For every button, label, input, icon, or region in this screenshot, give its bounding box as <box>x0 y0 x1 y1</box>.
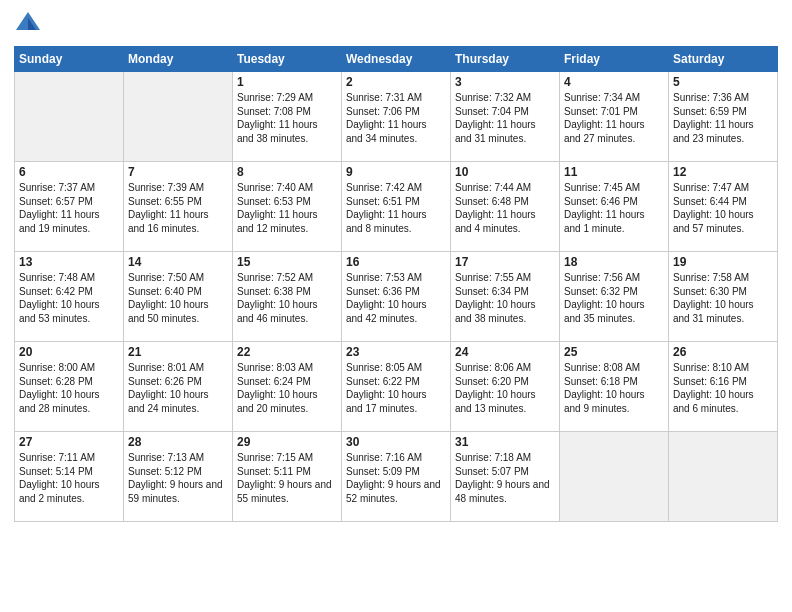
sunrise: Sunrise: 7:48 AM <box>19 272 95 283</box>
sunset: Sunset: 6:51 PM <box>346 196 420 207</box>
daylight: Daylight: 10 hours and 50 minutes. <box>128 299 209 324</box>
calendar-cell: 27Sunrise: 7:11 AMSunset: 5:14 PMDayligh… <box>15 432 124 522</box>
sunrise: Sunrise: 8:01 AM <box>128 362 204 373</box>
day-info: Sunrise: 8:08 AMSunset: 6:18 PMDaylight:… <box>564 361 664 415</box>
sunset: Sunset: 6:55 PM <box>128 196 202 207</box>
daylight: Daylight: 11 hours and 16 minutes. <box>128 209 209 234</box>
sunrise: Sunrise: 7:53 AM <box>346 272 422 283</box>
daylight: Daylight: 9 hours and 52 minutes. <box>346 479 441 504</box>
sunrise: Sunrise: 7:40 AM <box>237 182 313 193</box>
daylight: Daylight: 11 hours and 4 minutes. <box>455 209 536 234</box>
daylight: Daylight: 9 hours and 55 minutes. <box>237 479 332 504</box>
day-info: Sunrise: 7:56 AMSunset: 6:32 PMDaylight:… <box>564 271 664 325</box>
day-number: 31 <box>455 435 555 449</box>
calendar-cell <box>124 72 233 162</box>
day-number: 19 <box>673 255 773 269</box>
calendar-cell: 7Sunrise: 7:39 AMSunset: 6:55 PMDaylight… <box>124 162 233 252</box>
sunset: Sunset: 6:42 PM <box>19 286 93 297</box>
daylight: Daylight: 10 hours and 9 minutes. <box>564 389 645 414</box>
calendar-cell: 11Sunrise: 7:45 AMSunset: 6:46 PMDayligh… <box>560 162 669 252</box>
daylight: Daylight: 11 hours and 34 minutes. <box>346 119 427 144</box>
sunrise: Sunrise: 8:03 AM <box>237 362 313 373</box>
sunset: Sunset: 6:44 PM <box>673 196 747 207</box>
day-number: 21 <box>128 345 228 359</box>
calendar-cell: 10Sunrise: 7:44 AMSunset: 6:48 PMDayligh… <box>451 162 560 252</box>
calendar-cell: 17Sunrise: 7:55 AMSunset: 6:34 PMDayligh… <box>451 252 560 342</box>
calendar-cell: 23Sunrise: 8:05 AMSunset: 6:22 PMDayligh… <box>342 342 451 432</box>
sunrise: Sunrise: 7:55 AM <box>455 272 531 283</box>
calendar-cell: 21Sunrise: 8:01 AMSunset: 6:26 PMDayligh… <box>124 342 233 432</box>
daylight: Daylight: 10 hours and 17 minutes. <box>346 389 427 414</box>
day-info: Sunrise: 8:10 AMSunset: 6:16 PMDaylight:… <box>673 361 773 415</box>
calendar-cell: 16Sunrise: 7:53 AMSunset: 6:36 PMDayligh… <box>342 252 451 342</box>
daylight: Daylight: 10 hours and 57 minutes. <box>673 209 754 234</box>
day-number: 17 <box>455 255 555 269</box>
calendar-cell: 18Sunrise: 7:56 AMSunset: 6:32 PMDayligh… <box>560 252 669 342</box>
sunrise: Sunrise: 7:31 AM <box>346 92 422 103</box>
day-number: 5 <box>673 75 773 89</box>
sunrise: Sunrise: 7:13 AM <box>128 452 204 463</box>
sunrise: Sunrise: 7:11 AM <box>19 452 95 463</box>
weekday-header: Monday <box>124 47 233 72</box>
day-info: Sunrise: 8:01 AMSunset: 6:26 PMDaylight:… <box>128 361 228 415</box>
sunrise: Sunrise: 8:10 AM <box>673 362 749 373</box>
calendar-cell: 24Sunrise: 8:06 AMSunset: 6:20 PMDayligh… <box>451 342 560 432</box>
calendar-cell: 3Sunrise: 7:32 AMSunset: 7:04 PMDaylight… <box>451 72 560 162</box>
day-number: 28 <box>128 435 228 449</box>
day-info: Sunrise: 8:00 AMSunset: 6:28 PMDaylight:… <box>19 361 119 415</box>
daylight: Daylight: 10 hours and 13 minutes. <box>455 389 536 414</box>
calendar-cell: 29Sunrise: 7:15 AMSunset: 5:11 PMDayligh… <box>233 432 342 522</box>
day-number: 2 <box>346 75 446 89</box>
weekday-header: Friday <box>560 47 669 72</box>
sunset: Sunset: 6:59 PM <box>673 106 747 117</box>
sunrise: Sunrise: 7:56 AM <box>564 272 640 283</box>
sunrise: Sunrise: 8:00 AM <box>19 362 95 373</box>
week-row: 20Sunrise: 8:00 AMSunset: 6:28 PMDayligh… <box>15 342 778 432</box>
sunrise: Sunrise: 7:32 AM <box>455 92 531 103</box>
sunrise: Sunrise: 7:45 AM <box>564 182 640 193</box>
daylight: Daylight: 10 hours and 38 minutes. <box>455 299 536 324</box>
day-number: 8 <box>237 165 337 179</box>
sunset: Sunset: 7:08 PM <box>237 106 311 117</box>
page: SundayMondayTuesdayWednesdayThursdayFrid… <box>0 0 792 532</box>
calendar-cell: 26Sunrise: 8:10 AMSunset: 6:16 PMDayligh… <box>669 342 778 432</box>
day-info: Sunrise: 7:39 AMSunset: 6:55 PMDaylight:… <box>128 181 228 235</box>
day-info: Sunrise: 7:34 AMSunset: 7:01 PMDaylight:… <box>564 91 664 145</box>
day-number: 9 <box>346 165 446 179</box>
calendar-cell: 19Sunrise: 7:58 AMSunset: 6:30 PMDayligh… <box>669 252 778 342</box>
sunset: Sunset: 6:40 PM <box>128 286 202 297</box>
calendar-cell: 2Sunrise: 7:31 AMSunset: 7:06 PMDaylight… <box>342 72 451 162</box>
calendar-cell: 5Sunrise: 7:36 AMSunset: 6:59 PMDaylight… <box>669 72 778 162</box>
sunset: Sunset: 5:14 PM <box>19 466 93 477</box>
calendar-cell <box>669 432 778 522</box>
day-number: 30 <box>346 435 446 449</box>
sunset: Sunset: 5:12 PM <box>128 466 202 477</box>
calendar-cell: 25Sunrise: 8:08 AMSunset: 6:18 PMDayligh… <box>560 342 669 432</box>
day-info: Sunrise: 7:47 AMSunset: 6:44 PMDaylight:… <box>673 181 773 235</box>
daylight: Daylight: 11 hours and 19 minutes. <box>19 209 100 234</box>
sunset: Sunset: 6:48 PM <box>455 196 529 207</box>
daylight: Daylight: 11 hours and 12 minutes. <box>237 209 318 234</box>
daylight: Daylight: 11 hours and 27 minutes. <box>564 119 645 144</box>
day-number: 14 <box>128 255 228 269</box>
sunrise: Sunrise: 7:15 AM <box>237 452 313 463</box>
weekday-header: Wednesday <box>342 47 451 72</box>
day-info: Sunrise: 7:44 AMSunset: 6:48 PMDaylight:… <box>455 181 555 235</box>
weekday-header-row: SundayMondayTuesdayWednesdayThursdayFrid… <box>15 47 778 72</box>
calendar-cell: 8Sunrise: 7:40 AMSunset: 6:53 PMDaylight… <box>233 162 342 252</box>
day-number: 24 <box>455 345 555 359</box>
calendar-cell: 12Sunrise: 7:47 AMSunset: 6:44 PMDayligh… <box>669 162 778 252</box>
day-number: 23 <box>346 345 446 359</box>
sunset: Sunset: 6:24 PM <box>237 376 311 387</box>
daylight: Daylight: 10 hours and 46 minutes. <box>237 299 318 324</box>
sunrise: Sunrise: 7:47 AM <box>673 182 749 193</box>
daylight: Daylight: 11 hours and 38 minutes. <box>237 119 318 144</box>
calendar-cell: 1Sunrise: 7:29 AMSunset: 7:08 PMDaylight… <box>233 72 342 162</box>
day-info: Sunrise: 7:52 AMSunset: 6:38 PMDaylight:… <box>237 271 337 325</box>
header <box>14 10 778 38</box>
day-info: Sunrise: 7:42 AMSunset: 6:51 PMDaylight:… <box>346 181 446 235</box>
sunset: Sunset: 6:57 PM <box>19 196 93 207</box>
day-number: 16 <box>346 255 446 269</box>
calendar-cell: 14Sunrise: 7:50 AMSunset: 6:40 PMDayligh… <box>124 252 233 342</box>
day-info: Sunrise: 8:05 AMSunset: 6:22 PMDaylight:… <box>346 361 446 415</box>
